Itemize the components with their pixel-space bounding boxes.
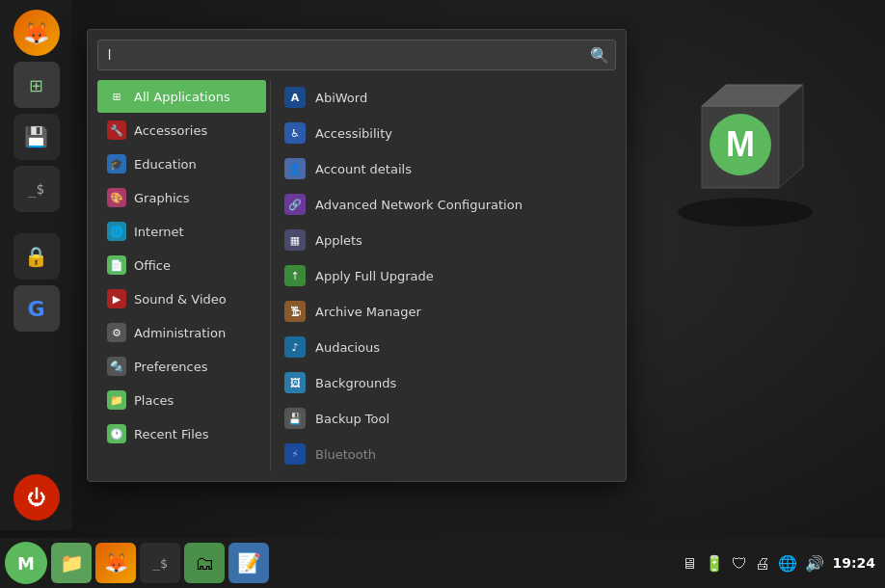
app-adv-network[interactable]: 🔗 Advanced Network Configuration bbox=[275, 187, 614, 222]
cat-recent-icon: 🕐 bbox=[107, 424, 126, 443]
app-applets[interactable]: ▦ Applets bbox=[275, 223, 614, 257]
taskbar-bottom-left: M 📁 🦊 _$ 🗂 📝 bbox=[0, 542, 269, 584]
cat-office-icon: 📄 bbox=[107, 255, 126, 275]
bottom-icon-terminal[interactable]: _$ bbox=[140, 543, 180, 583]
cat-all-icon: ⊞ bbox=[107, 87, 126, 106]
cat-internet[interactable]: 🌐 Internet bbox=[97, 215, 266, 248]
sys-icon-battery[interactable]: 🔋 bbox=[705, 554, 724, 573]
taskbar-bottom-right: 🖥 🔋 🛡 🖨 🌐 🔊 19:24 bbox=[682, 554, 885, 573]
categories-list: ⊞ All Applications 🔧 Accessories 🎓 Educa… bbox=[97, 80, 266, 471]
app-audacious-icon: ♪ bbox=[284, 336, 306, 358]
app-backup-tool[interactable]: 💾 Backup Tool bbox=[275, 401, 614, 436]
app-abiword[interactable]: A AbiWord bbox=[275, 80, 614, 115]
taskbar-left: 🦊 ⊞ 💾 _$ 🔒 G ⏻ bbox=[0, 0, 72, 530]
cat-education[interactable]: 🎓 Education bbox=[97, 147, 266, 180]
app-audacious[interactable]: ♪ Audacious bbox=[275, 330, 614, 364]
desktop: 🦊 ⊞ 💾 _$ 🔒 G ⏻ bbox=[0, 0, 885, 588]
cat-internet-icon: 🌐 bbox=[107, 222, 126, 241]
taskbar-icon-lock[interactable]: 🔒 bbox=[13, 233, 60, 280]
bottom-icon-firefox[interactable]: 🦊 bbox=[95, 543, 136, 583]
cat-places[interactable]: 📁 Places bbox=[97, 384, 266, 416]
cat-preferences[interactable]: 🔩 Preferences bbox=[97, 350, 266, 383]
menu-body: ⊞ All Applications 🔧 Accessories 🎓 Educa… bbox=[97, 80, 616, 471]
search-icon[interactable]: 🔍 bbox=[590, 46, 609, 65]
app-bluetooth-icon: ⚡ bbox=[284, 443, 306, 465]
app-menu: 🔍 ⊞ All Applications 🔧 Accessories bbox=[87, 29, 627, 482]
cat-accessories-icon: 🔧 bbox=[107, 120, 126, 140]
cat-administration[interactable]: ⚙ Administration bbox=[97, 316, 266, 349]
mint-logo: M bbox=[649, 48, 832, 235]
sys-icon-network-box[interactable]: 🖨 bbox=[755, 554, 770, 573]
taskbar-icon-apps[interactable]: ⊞ bbox=[13, 62, 60, 108]
taskbar-icon-terminal[interactable]: _$ bbox=[13, 166, 60, 212]
app-bluetooth[interactable]: ⚡ Bluetooth bbox=[275, 437, 614, 471]
cat-admin-icon: ⚙ bbox=[107, 323, 126, 342]
bottom-icon-notes[interactable]: 📝 bbox=[228, 543, 269, 583]
app-apply-upgrade[interactable]: ↑ Apply Full Upgrade bbox=[275, 258, 614, 293]
svg-point-0 bbox=[678, 198, 813, 227]
taskbar-icon-power[interactable]: ⏻ bbox=[13, 474, 60, 521]
search-input[interactable] bbox=[104, 42, 590, 67]
svg-text:M: M bbox=[726, 124, 755, 164]
app-applets-icon: ▦ bbox=[284, 229, 306, 251]
app-backgrounds[interactable]: 🖼 Backgrounds bbox=[275, 365, 614, 400]
app-backup-icon: 💾 bbox=[284, 408, 306, 429]
taskbar-icon-firefox[interactable]: 🦊 bbox=[13, 10, 60, 56]
cat-graphics[interactable]: 🎨 Graphics bbox=[97, 181, 266, 214]
app-accessibility[interactable]: ♿ Accessibility bbox=[275, 116, 614, 150]
menu-divider bbox=[270, 80, 271, 471]
sys-icon-sound[interactable]: 🔊 bbox=[805, 554, 824, 573]
search-bar: 🔍 bbox=[97, 40, 616, 70]
app-backgrounds-icon: 🖼 bbox=[284, 372, 306, 393]
app-account-icon: 👤 bbox=[284, 158, 306, 179]
app-upgrade-icon: ↑ bbox=[284, 265, 306, 286]
app-archive-icon: 🗜 bbox=[284, 301, 306, 322]
cat-recent-files[interactable]: 🕐 Recent Files bbox=[97, 417, 266, 450]
app-list: A AbiWord ♿ Accessibility 👤 Account deta… bbox=[275, 80, 616, 471]
sys-icon-shield[interactable]: 🛡 bbox=[732, 554, 747, 573]
cat-all-applications[interactable]: ⊞ All Applications bbox=[97, 80, 266, 113]
bottom-icon-files[interactable]: 🗂 bbox=[184, 543, 225, 583]
cat-prefs-icon: 🔩 bbox=[107, 357, 126, 376]
cat-graphics-icon: 🎨 bbox=[107, 188, 126, 207]
app-abiword-icon: A bbox=[284, 87, 306, 108]
cat-education-icon: 🎓 bbox=[107, 154, 126, 174]
cat-office[interactable]: 📄 Office bbox=[97, 249, 266, 281]
cat-places-icon: 📁 bbox=[107, 390, 126, 410]
taskbar-bottom: M 📁 🦊 _$ 🗂 📝 🖥 bbox=[0, 538, 885, 588]
sys-icon-network[interactable]: 🌐 bbox=[778, 554, 797, 573]
cat-accessories[interactable]: 🔧 Accessories bbox=[97, 114, 266, 147]
taskbar-icon-google[interactable]: G bbox=[13, 285, 60, 332]
app-accessibility-icon: ♿ bbox=[284, 122, 306, 144]
cat-sound-icon: ▶ bbox=[107, 289, 126, 308]
app-network-icon: 🔗 bbox=[284, 194, 306, 215]
bottom-icon-mint-menu[interactable]: M bbox=[5, 542, 47, 584]
cat-sound-video[interactable]: ▶ Sound & Video bbox=[97, 282, 266, 315]
app-account-details[interactable]: 👤 Account details bbox=[275, 151, 614, 186]
sys-icon-display[interactable]: 🖥 bbox=[682, 554, 697, 573]
clock: 19:24 bbox=[832, 555, 875, 571]
app-archive-manager[interactable]: 🗜 Archive Manager bbox=[275, 294, 614, 329]
taskbar-icon-files[interactable]: 💾 bbox=[13, 114, 60, 160]
bottom-icon-nemo[interactable]: 📁 bbox=[51, 543, 92, 583]
